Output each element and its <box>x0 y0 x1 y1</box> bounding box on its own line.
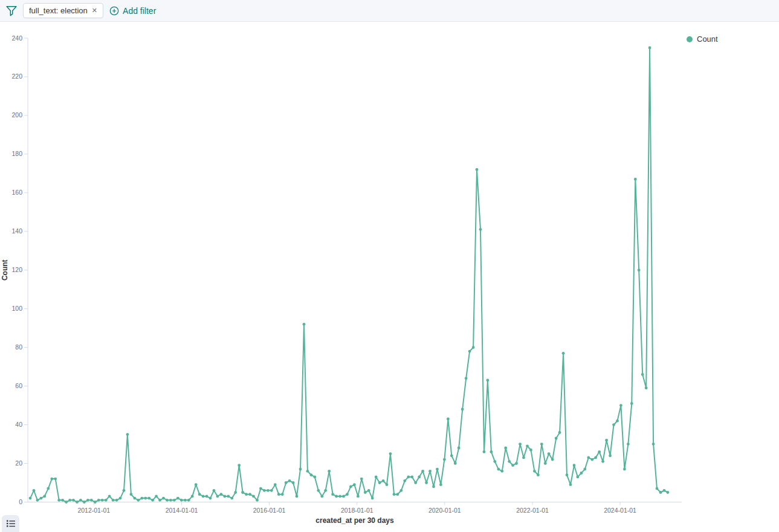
remove-filter-icon[interactable]: ✕ <box>92 7 97 14</box>
data-point[interactable] <box>569 483 572 486</box>
data-point[interactable] <box>187 499 190 502</box>
data-point[interactable] <box>656 487 659 490</box>
data-point[interactable] <box>342 495 345 498</box>
data-point[interactable] <box>450 454 453 457</box>
data-point[interactable] <box>378 481 381 484</box>
data-point[interactable] <box>393 493 396 496</box>
data-point[interactable] <box>648 47 651 50</box>
data-point[interactable] <box>335 495 338 498</box>
data-point[interactable] <box>500 470 503 473</box>
data-point[interactable] <box>270 489 273 492</box>
data-point[interactable] <box>263 489 266 492</box>
data-point[interactable] <box>493 460 496 463</box>
data-point[interactable] <box>454 462 457 465</box>
data-point[interactable] <box>259 487 262 490</box>
data-point[interactable] <box>220 493 223 496</box>
data-point[interactable] <box>486 379 490 382</box>
data-point[interactable] <box>623 468 626 471</box>
data-point[interactable] <box>566 473 569 476</box>
data-point[interactable] <box>130 493 133 496</box>
data-point[interactable] <box>195 483 198 486</box>
data-point[interactable] <box>349 485 352 488</box>
data-point[interactable] <box>133 497 136 500</box>
data-point[interactable] <box>638 268 641 271</box>
data-point[interactable] <box>663 489 666 492</box>
data-point[interactable] <box>479 228 482 231</box>
data-point[interactable] <box>425 481 428 484</box>
data-point[interactable] <box>508 460 511 463</box>
data-point[interactable] <box>213 489 216 492</box>
data-point[interactable] <box>590 458 593 461</box>
data-point[interactable] <box>548 452 551 455</box>
data-point[interactable] <box>558 431 561 434</box>
data-point[interactable] <box>137 499 140 502</box>
data-point[interactable] <box>115 499 118 502</box>
data-point[interactable] <box>241 491 244 494</box>
data-point[interactable] <box>630 402 633 405</box>
data-point[interactable] <box>50 478 53 481</box>
legend-item-count[interactable]: Count <box>687 34 718 44</box>
data-point[interactable] <box>382 479 385 482</box>
data-point[interactable] <box>468 350 471 353</box>
data-point[interactable] <box>346 493 349 496</box>
data-point[interactable] <box>126 433 129 436</box>
data-point[interactable] <box>331 493 334 496</box>
data-point[interactable] <box>580 472 583 475</box>
data-point[interactable] <box>577 476 580 479</box>
data-point[interactable] <box>248 493 251 496</box>
data-point[interactable] <box>375 476 378 479</box>
data-point[interactable] <box>277 493 280 496</box>
data-point[interactable] <box>652 443 655 446</box>
data-point[interactable] <box>612 423 615 426</box>
data-point[interactable] <box>158 499 161 502</box>
data-point[interactable] <box>403 479 406 482</box>
data-point[interactable] <box>461 408 464 411</box>
data-point[interactable] <box>306 470 309 473</box>
data-point[interactable] <box>33 489 36 492</box>
data-point[interactable] <box>292 481 295 484</box>
data-point[interactable] <box>234 491 237 494</box>
data-point[interactable] <box>57 499 60 502</box>
data-point[interactable] <box>140 497 143 500</box>
data-point[interactable] <box>310 473 313 476</box>
data-point[interactable] <box>123 489 126 492</box>
data-point[interactable] <box>317 489 320 492</box>
data-point[interactable] <box>176 497 179 500</box>
data-point[interactable] <box>645 386 648 389</box>
data-point[interactable] <box>483 450 486 453</box>
data-point[interactable] <box>472 346 475 349</box>
data-point[interactable] <box>551 458 554 461</box>
data-point[interactable] <box>667 491 670 494</box>
data-point[interactable] <box>119 497 122 500</box>
data-point[interactable] <box>338 495 341 498</box>
data-point[interactable] <box>288 479 291 482</box>
data-point[interactable] <box>267 489 270 492</box>
data-point[interactable] <box>609 454 612 457</box>
data-point[interactable] <box>583 468 586 471</box>
data-point[interactable] <box>29 497 32 500</box>
data-point[interactable] <box>252 495 255 498</box>
data-point[interactable] <box>274 483 277 486</box>
data-point[interactable] <box>396 493 399 496</box>
data-point[interactable] <box>504 447 507 450</box>
data-point[interactable] <box>112 499 115 502</box>
data-point[interactable] <box>659 491 662 494</box>
data-point[interactable] <box>364 491 367 494</box>
data-point[interactable] <box>324 489 327 492</box>
data-point[interactable] <box>68 499 71 502</box>
data-point[interactable] <box>594 456 597 459</box>
data-point[interactable] <box>155 495 158 498</box>
data-point[interactable] <box>573 464 576 467</box>
data-point[interactable] <box>79 499 82 502</box>
data-point[interactable] <box>627 443 630 446</box>
data-point[interactable] <box>147 497 150 500</box>
data-point[interactable] <box>367 489 370 492</box>
data-point[interactable] <box>169 499 172 502</box>
data-point[interactable] <box>511 464 514 467</box>
filter-funnel-icon[interactable] <box>6 5 17 16</box>
data-point[interactable] <box>497 468 500 471</box>
data-point[interactable] <box>227 495 230 498</box>
data-point[interactable] <box>296 495 299 498</box>
data-point[interactable] <box>72 499 75 502</box>
data-point[interactable] <box>562 352 565 355</box>
